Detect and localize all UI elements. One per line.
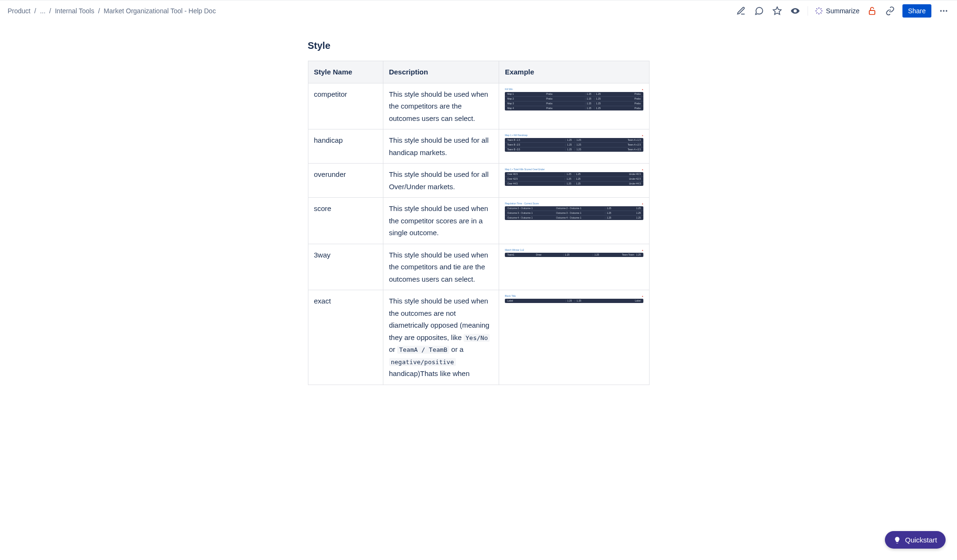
example-thumbnail: Regulation Time - Correct Score▴Outcome … bbox=[505, 202, 643, 220]
style-name-cell: overunder bbox=[308, 164, 383, 198]
comment-icon[interactable] bbox=[753, 5, 765, 17]
svg-point-2 bbox=[940, 10, 942, 11]
restrictions-icon[interactable] bbox=[866, 5, 878, 17]
example-thumbnail: Map 1 • Kill Handicap▴Team B -1.51.251.2… bbox=[505, 134, 643, 152]
table-header-desc: Description bbox=[383, 61, 499, 83]
style-example-cell: Match Winner 1x2▴Team1Draw1.251.25Team T… bbox=[499, 244, 649, 290]
link-icon[interactable] bbox=[884, 5, 896, 17]
breadcrumb-item[interactable]: Internal Tools bbox=[55, 7, 94, 15]
example-thumbnail: Match Winner 1x2▴Team1Draw1.251.25Team T… bbox=[505, 249, 643, 257]
style-example-cell: Map 1 • Total Kills Scored Over/Under▴Ov… bbox=[499, 164, 649, 198]
style-name-cell: exact bbox=[308, 290, 383, 385]
section-heading-style: Style bbox=[308, 40, 650, 51]
svg-rect-1 bbox=[869, 10, 875, 14]
style-example-cell: Kill Win▴Map 1Prabu1.251.25PrabuMap 2Pra… bbox=[499, 83, 649, 129]
breadcrumb-separator: / bbox=[49, 7, 51, 15]
svg-point-4 bbox=[946, 10, 947, 11]
page-content: Style Style Name Description Example com… bbox=[298, 21, 659, 423]
style-name-cell: 3way bbox=[308, 244, 383, 290]
table-row: overunderThis style should be used for a… bbox=[308, 164, 649, 198]
style-name-cell: competitor bbox=[308, 83, 383, 129]
style-desc-cell: This style should be used when the compe… bbox=[383, 244, 499, 290]
summarize-button[interactable]: Summarize bbox=[815, 7, 860, 15]
style-name-cell: score bbox=[308, 198, 383, 244]
table-row: competitorThis style should be used when… bbox=[308, 83, 649, 129]
more-icon[interactable] bbox=[938, 5, 949, 17]
style-desc-cell: This style should be used when the outco… bbox=[383, 290, 499, 385]
breadcrumb: Product / ... / Internal Tools / Market … bbox=[8, 7, 216, 15]
table-row: 3wayThis style should be used when the c… bbox=[308, 244, 649, 290]
breadcrumb-separator: / bbox=[98, 7, 100, 15]
star-icon[interactable] bbox=[771, 5, 783, 17]
style-name-cell: handicap bbox=[308, 129, 383, 164]
summarize-label: Summarize bbox=[826, 7, 860, 15]
style-desc-cell: This style should be used for all Over/U… bbox=[383, 164, 499, 198]
watch-icon[interactable] bbox=[790, 5, 801, 17]
page-actions: Summarize Share bbox=[735, 4, 949, 18]
style-desc-cell: This style should be used when the compe… bbox=[383, 83, 499, 129]
styles-table: Style Name Description Example competito… bbox=[308, 61, 650, 385]
svg-point-3 bbox=[943, 10, 944, 11]
example-thumbnail: Kill Win▴Map 1Prabu1.251.25PrabuMap 2Pra… bbox=[505, 88, 643, 110]
breadcrumb-item[interactable]: ... bbox=[40, 7, 46, 15]
style-desc-cell: This style should be used when the compe… bbox=[383, 198, 499, 244]
example-thumbnail: Block Title▴Label1.251.25Label bbox=[505, 295, 643, 303]
example-thumbnail: Map 1 • Total Kills Scored Over/Under▴Ov… bbox=[505, 168, 643, 186]
breadcrumb-item-current[interactable]: Market Organizational Tool - Help Doc bbox=[104, 7, 216, 15]
table-row: exactThis style should be used when the … bbox=[308, 290, 649, 385]
table-row: handicapThis style should be used for al… bbox=[308, 129, 649, 164]
table-header-name: Style Name bbox=[308, 61, 383, 83]
share-button[interactable]: Share bbox=[902, 4, 931, 18]
svg-marker-0 bbox=[773, 7, 781, 15]
table-row: scoreThis style should be used when the … bbox=[308, 198, 649, 244]
table-header-example: Example bbox=[499, 61, 649, 83]
style-example-cell: Map 1 • Kill Handicap▴Team B -1.51.251.2… bbox=[499, 129, 649, 164]
breadcrumb-item[interactable]: Product bbox=[8, 7, 30, 15]
style-example-cell: Regulation Time - Correct Score▴Outcome … bbox=[499, 198, 649, 244]
style-example-cell: Block Title▴Label1.251.25Label bbox=[499, 290, 649, 385]
edit-icon[interactable] bbox=[735, 5, 747, 17]
breadcrumb-separator: / bbox=[34, 7, 36, 15]
style-desc-cell: This style should be used for all handic… bbox=[383, 129, 499, 164]
divider bbox=[808, 6, 808, 16]
